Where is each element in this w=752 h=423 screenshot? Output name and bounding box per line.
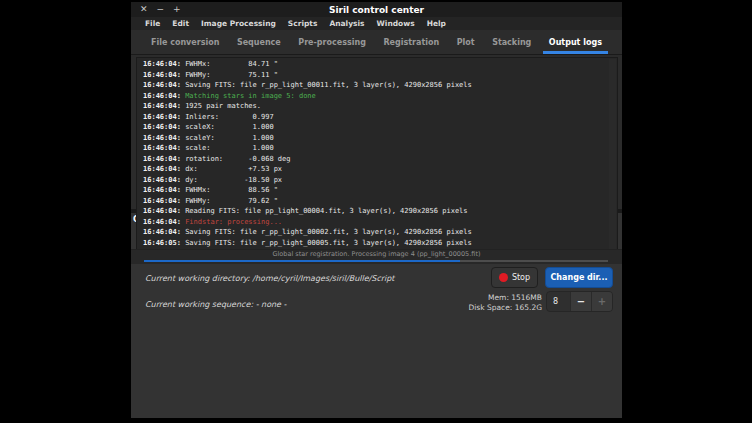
- menu-item-file[interactable]: File: [139, 19, 166, 28]
- stop-button[interactable]: Stop: [491, 267, 538, 288]
- log-timestamp: 16:46:04:: [143, 228, 185, 236]
- log-line: 16:46:04: rotation: -0.068 deg: [143, 154, 617, 165]
- log-message: FWHMx: 88.56 ": [185, 186, 278, 194]
- log-timestamp: 16:46:04:: [143, 60, 185, 68]
- log-timestamp: 16:46:04:: [143, 144, 185, 152]
- log-message: 1925 pair matches.: [185, 102, 261, 110]
- log-line: 16:46:04: scaleX: 1.000: [143, 122, 617, 133]
- tabbar: File conversionSequencePre-processingReg…: [131, 30, 622, 55]
- tab-file-conversion[interactable]: File conversion: [145, 30, 225, 54]
- log-message: dx: +7.53 px: [185, 165, 282, 173]
- log-message: scale: 1.000: [185, 144, 274, 152]
- log-message: Saving FITS: file r_pp_light_00005.fit, …: [185, 239, 472, 247]
- log-message: scaleX: 1.000: [185, 123, 274, 131]
- log-line: 16:46:04: 1925 pair matches.: [143, 101, 617, 112]
- log-timestamp: 16:46:04:: [143, 81, 185, 89]
- progress-bar: Global star registration. Processing ima…: [131, 249, 622, 264]
- log-line: 16:46:05: Saving FITS: file r_pp_light_0…: [143, 238, 617, 249]
- maximize-icon[interactable]: +: [173, 5, 181, 14]
- log-timestamp: 16:46:04:: [143, 176, 185, 184]
- log-line: 16:46:04: FWHMx: 88.56 ": [143, 185, 617, 196]
- change-dir-button[interactable]: Change dir...: [545, 267, 613, 288]
- tab-stacking[interactable]: Stacking: [486, 30, 537, 54]
- log-line: 16:46:04: FWHMy: 75.11 ": [143, 70, 617, 81]
- titlebar: ✕ − + Siril control center: [131, 2, 622, 17]
- log-line: 16:46:04: dx: +7.53 px: [143, 164, 617, 175]
- threads-value[interactable]: 8: [547, 292, 570, 311]
- menubar: FileEditImage ProcessingScriptsAnalysisW…: [131, 17, 622, 30]
- resource-info: Mem: 1516MB Disk Space: 165.2G: [468, 293, 542, 313]
- log-line: 16:46:04: Inliers: 0.997: [143, 112, 617, 123]
- menu-item-scripts[interactable]: Scripts: [282, 19, 324, 28]
- progress-track: [144, 260, 608, 262]
- log-message: Findstar: processing...: [185, 218, 282, 226]
- tab-output-logs[interactable]: Output logs: [543, 30, 608, 54]
- log-line: 16:46:04: Saving FITS: file r_pp_light_0…: [143, 227, 617, 238]
- log-timestamp: 16:46:04:: [143, 134, 185, 142]
- log-message: Matching stars in image 5: done: [185, 92, 316, 100]
- log-line: 16:46:04: FWHMx: 84.71 ": [143, 59, 617, 70]
- siril-window: ✕ − + Siril control center FileEditImage…: [131, 2, 622, 418]
- log-line: 16:46:04: scale: 1.000: [143, 143, 617, 154]
- log-timestamp: 16:46:04:: [143, 102, 185, 110]
- minimize-icon[interactable]: −: [157, 5, 165, 14]
- threads-decrement-button[interactable]: −: [570, 292, 591, 311]
- log-line: 16:46:04: Findstar: processing...: [143, 217, 617, 228]
- window-title: Siril control center: [329, 5, 424, 15]
- output-logs-page: 16:46:04: FWHMx: 84.71 "16:46:04: FWHMy:…: [131, 55, 622, 209]
- log-message: scaleY: 1.000: [185, 134, 274, 142]
- threads-increment-button[interactable]: +: [591, 292, 612, 311]
- progress-text: Global star registration. Processing ima…: [131, 250, 622, 259]
- log-timestamp: 16:46:05:: [143, 239, 185, 247]
- log-timestamp: 16:46:04:: [143, 113, 185, 121]
- menu-item-image-processing[interactable]: Image Processing: [195, 19, 282, 28]
- window-controls: ✕ − +: [140, 2, 181, 17]
- threads-spinner: 8 − +: [546, 291, 613, 312]
- close-icon[interactable]: ✕: [140, 5, 148, 14]
- log-message: Reading FITS: file pp_light_00004.fit, 3…: [185, 207, 467, 215]
- log-timestamp: 16:46:04:: [143, 155, 185, 163]
- progress-fill: [144, 260, 460, 262]
- working-directory-text: Current working directory: /home/cyril/I…: [145, 274, 395, 283]
- tab-registration[interactable]: Registration: [377, 30, 445, 54]
- log-timestamp: 16:46:04:: [143, 186, 185, 194]
- menu-item-help[interactable]: Help: [421, 19, 452, 28]
- working-sequence-text: Current working sequence: - none -: [145, 300, 286, 309]
- log-timestamp: 16:46:04:: [143, 197, 185, 205]
- log-line: 16:46:04: Matching stars in image 5: don…: [143, 91, 617, 102]
- log-timestamp: 16:46:04:: [143, 92, 185, 100]
- log-timestamp: 16:46:04:: [143, 71, 185, 79]
- log-message: Inliers: 0.997: [185, 113, 274, 121]
- log-message: rotation: -0.068 deg: [185, 155, 290, 163]
- log-line: 16:46:04: Saving FITS: file r_pp_light_0…: [143, 80, 617, 91]
- memory-text: Mem: 1516MB: [468, 293, 542, 303]
- log-line: 16:46:04: scaleY: 1.000: [143, 133, 617, 144]
- log-line: 16:46:04: Reading FITS: file pp_light_00…: [143, 206, 617, 217]
- log-message: dy: -18.50 px: [185, 176, 282, 184]
- log-timestamp: 16:46:04:: [143, 218, 185, 226]
- menu-item-windows[interactable]: Windows: [371, 19, 421, 28]
- log-line: 16:46:04: FWHMy: 79.62 ": [143, 196, 617, 207]
- log-line: 16:46:04: dy: -18.50 px: [143, 175, 617, 186]
- menu-item-analysis[interactable]: Analysis: [323, 19, 370, 28]
- log-message: Saving FITS: file r_pp_light_00002.fit, …: [185, 228, 472, 236]
- tab-sequence[interactable]: Sequence: [231, 30, 287, 54]
- log-message: Saving FITS: file r_pp_light_00011.fit, …: [185, 81, 472, 89]
- stop-button-label: Stop: [512, 273, 530, 282]
- menu-item-edit[interactable]: Edit: [166, 19, 195, 28]
- log-timestamp: 16:46:04:: [143, 165, 185, 173]
- tab-plot[interactable]: Plot: [451, 30, 481, 54]
- footer: Current working directory: /home/cyril/I…: [131, 264, 622, 418]
- stop-icon: [499, 273, 508, 282]
- disk-space-text: Disk Space: 165.2G: [468, 303, 542, 313]
- log-timestamp: 16:46:04:: [143, 123, 185, 131]
- log-message: FWHMy: 79.62 ": [185, 197, 278, 205]
- tab-pre-processing[interactable]: Pre-processing: [292, 30, 372, 54]
- log-message: FWHMx: 84.71 ": [185, 60, 278, 68]
- log-message: FWHMy: 75.11 ": [185, 71, 278, 79]
- log-timestamp: 16:46:04:: [143, 207, 185, 215]
